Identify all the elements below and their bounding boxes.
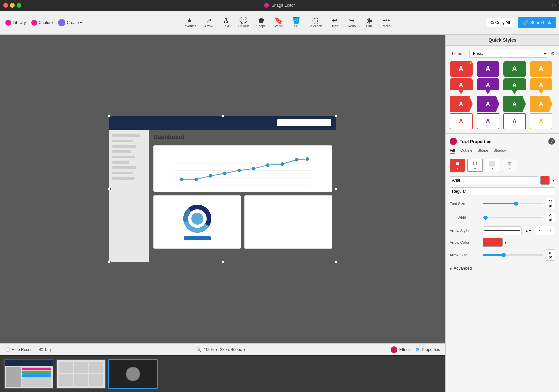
zoom-select[interactable]: 100% ▾ (204, 347, 218, 352)
style-chip-11[interactable]: A (530, 96, 552, 112)
properties-button[interactable]: ⚙ Properties (415, 347, 440, 352)
arrow-style-stepper[interactable]: ▲▼ (524, 228, 533, 234)
handle-ml[interactable] (108, 188, 111, 190)
tag-button[interactable]: 🏷 Tag (39, 347, 51, 352)
redo-tool[interactable]: ↪ Redo (343, 16, 360, 29)
style-chip-6[interactable]: A (503, 78, 526, 94)
line-width-slider[interactable] (483, 217, 543, 218)
arrow-line-style[interactable] (483, 226, 522, 235)
text-tool[interactable]: A Text (218, 16, 234, 29)
minimize-button[interactable] (10, 3, 15, 8)
line-width-thumb[interactable] (484, 216, 488, 220)
style-chip-14[interactable]: A (503, 113, 526, 129)
style-chip-4[interactable]: A (450, 78, 473, 94)
tab-fill[interactable]: Fill (450, 148, 455, 154)
advanced-row[interactable]: ▶ Advanced (450, 263, 555, 273)
theme-select[interactable]: Basic (469, 50, 548, 58)
capture-button[interactable]: Capture (29, 18, 56, 27)
info-icon[interactable]: ⓘ (552, 3, 556, 8)
canvas-selection[interactable]: Dashboard (109, 116, 336, 262)
arrow-color-box[interactable] (483, 238, 503, 247)
tool-props-header: Tool Properties ? (450, 138, 555, 145)
outline-btn[interactable]: □ ▼ (467, 159, 483, 172)
thumbnail-2[interactable] (56, 359, 106, 389)
font-family-select[interactable]: Arial (450, 176, 538, 184)
handle-bc[interactable] (221, 261, 224, 264)
handle-tr[interactable] (335, 114, 338, 117)
arrow-ends-selector[interactable]: ← → (535, 226, 555, 235)
advanced-label: Advanced (454, 266, 472, 271)
undo-tool[interactable]: ↩ Undo (326, 16, 343, 29)
maximize-button[interactable] (17, 3, 21, 8)
style-chip-15[interactable]: A (530, 113, 552, 129)
arrow-tool[interactable]: ↗ Arrow (200, 16, 217, 29)
style-chip-7[interactable]: A (530, 78, 552, 94)
help-button[interactable]: ? (548, 138, 555, 145)
canvas-area[interactable]: Dashboard (0, 35, 445, 392)
selection-tool[interactable]: ⬚ Selection (305, 16, 325, 29)
search-icon: 🔍 (196, 347, 201, 352)
handle-tc[interactable] (221, 114, 224, 117)
effects-button[interactable]: Effects (391, 346, 411, 353)
arrow-style-row: Arrow Style ▲▼ ← → (450, 226, 555, 235)
handle-tl[interactable] (108, 114, 111, 117)
arrow-size-slider[interactable] (483, 254, 543, 256)
svg-point-13 (306, 157, 309, 161)
status-bar: 🕐 Hide Recent 🏷 Tag 🔍 100% ▾ 280 x 400px… (0, 343, 445, 355)
style-chip-5[interactable]: A (477, 78, 499, 94)
style-chip-12[interactable]: A (450, 113, 473, 129)
blur-tool[interactable]: ◉ Blur (361, 16, 377, 29)
fill-tool[interactable]: 🪣 Fill (288, 16, 304, 29)
handle-mr[interactable] (335, 188, 338, 190)
arrow-color-arrow-icon[interactable]: ▼ (504, 241, 507, 244)
stamp-tool[interactable]: 🔖 Stamp (270, 16, 287, 29)
style-chip-8[interactable]: A (450, 96, 473, 112)
copy-all-button[interactable]: ⧉ Copy All (486, 18, 515, 27)
style-chip-10[interactable]: A (503, 96, 526, 112)
callout-tool[interactable]: 💬 Callout (235, 16, 252, 29)
hide-recent-button[interactable]: 🕐 Hide Recent (5, 347, 34, 352)
style-chip-0[interactable]: A ★ (450, 61, 473, 77)
tag-icon: 🏷 (39, 347, 43, 352)
arrow-size-thumb[interactable] (502, 253, 506, 257)
font-style-row: Regular (450, 187, 555, 195)
sidebar-line-2 (112, 140, 133, 142)
chip-8-label: A (459, 101, 463, 108)
style-chip-1[interactable]: A (477, 61, 499, 77)
handle-bl[interactable] (108, 261, 111, 264)
thumbnail-1[interactable] (4, 359, 53, 389)
dimensions-select[interactable]: 280 x 400px ▾ (220, 347, 245, 352)
fill-color-btn[interactable]: ■ ▼ (450, 159, 465, 172)
thumbnail-3[interactable] (108, 359, 158, 389)
main-area: Dashboard (0, 35, 559, 392)
font-size-thumb[interactable] (514, 202, 518, 206)
style-chip-2[interactable]: A (503, 61, 526, 77)
font-color-box[interactable] (540, 176, 550, 185)
tab-shadow[interactable]: Shadow (494, 148, 507, 154)
handle-br[interactable] (335, 261, 338, 264)
font-size-label: Font Size (450, 202, 480, 206)
share-link-button[interactable]: 🔗 Share Link (518, 17, 556, 28)
redo-label: Redo (348, 24, 356, 28)
favorites-tool[interactable]: ★ Favorites (179, 16, 200, 29)
tab-outline[interactable]: Outline (460, 148, 472, 154)
window-controls[interactable] (3, 3, 21, 8)
style-chip-9[interactable]: A (477, 96, 499, 112)
tab-shape[interactable]: Shape (478, 148, 488, 154)
close-button[interactable] (3, 3, 8, 8)
more-tool[interactable]: ••• More (378, 16, 395, 29)
shadow-btn[interactable]: ⊞ ▼ (502, 159, 517, 172)
toolbar-tools: ★ Favorites ↗ Arrow A Text 💬 Callout ⬟ S… (89, 16, 485, 29)
theme-gear-icon[interactable]: ⚙ (551, 51, 555, 56)
font-color-arrow[interactable]: ▼ (552, 179, 555, 182)
shape-tool[interactable]: ⬟ Shape (253, 16, 269, 29)
font-size-slider[interactable] (483, 203, 543, 204)
style-chip-3[interactable]: A (530, 61, 552, 77)
font-size-track (483, 203, 543, 204)
shape-btn[interactable]: ⬜ ▼ (485, 159, 500, 172)
font-style-select[interactable]: Regular (450, 187, 555, 195)
library-button[interactable]: Library (3, 18, 29, 27)
style-chip-13[interactable]: A (477, 113, 499, 129)
dashboard-sidebar (109, 130, 149, 262)
create-button[interactable]: Create ▾ (55, 18, 85, 28)
